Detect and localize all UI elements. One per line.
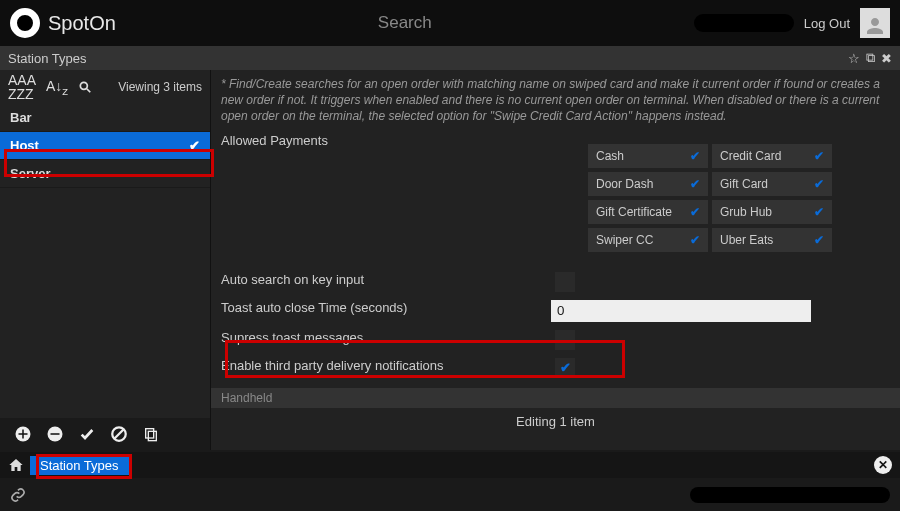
sidebar-item-label: Bar bbox=[10, 110, 32, 125]
payment-label: Swiper CC bbox=[596, 233, 653, 247]
payment-gift-card[interactable]: Gift Card✔ bbox=[712, 172, 832, 196]
check-icon: ✔ bbox=[814, 149, 824, 163]
sidebar-item-server[interactable]: Server bbox=[0, 160, 210, 188]
payment-label: Gift Card bbox=[720, 177, 768, 191]
star-icon[interactable]: ☆ bbox=[848, 51, 860, 66]
suppress-toast-checkbox[interactable] bbox=[555, 330, 575, 350]
link-icon[interactable] bbox=[10, 487, 26, 503]
apply-button[interactable] bbox=[78, 425, 96, 443]
home-icon[interactable] bbox=[8, 457, 24, 473]
svg-rect-6 bbox=[51, 433, 60, 435]
toast-time-label: Toast auto close Time (seconds) bbox=[221, 300, 551, 315]
avatar[interactable] bbox=[860, 8, 890, 38]
allowed-payments-label: Allowed Payments bbox=[221, 133, 551, 148]
auto-search-label: Auto search on key input bbox=[221, 272, 551, 287]
window-icon[interactable]: ⧉ bbox=[866, 50, 875, 66]
suppress-toast-label: Supress toast messages bbox=[221, 330, 551, 345]
payment-label: Cash bbox=[596, 149, 624, 163]
check-icon: ✔ bbox=[814, 205, 824, 219]
sort-az-icon[interactable]: A↓z bbox=[46, 78, 68, 97]
close-icon[interactable]: ✖ bbox=[881, 51, 892, 66]
svg-point-0 bbox=[81, 82, 88, 89]
search-icon[interactable] bbox=[78, 80, 92, 94]
svg-rect-9 bbox=[146, 429, 154, 438]
brand-name: SpotOn bbox=[48, 12, 116, 35]
auto-search-checkbox[interactable] bbox=[555, 272, 575, 292]
payment-label: Credit Card bbox=[720, 149, 781, 163]
viewing-count: Viewing 3 items bbox=[118, 80, 202, 94]
close-tab-icon[interactable]: ✕ bbox=[874, 456, 892, 474]
toast-time-input[interactable] bbox=[551, 300, 811, 322]
check-icon: ✔ bbox=[690, 177, 700, 191]
logout-link[interactable]: Log Out bbox=[804, 16, 850, 31]
check-icon: ✔ bbox=[690, 233, 700, 247]
brand-logo bbox=[10, 8, 40, 38]
redacted-region bbox=[690, 487, 890, 503]
payment-gift-certificate[interactable]: Gift Certificate✔ bbox=[588, 200, 708, 224]
payment-cash[interactable]: Cash✔ bbox=[588, 144, 708, 168]
check-icon: ✔ bbox=[814, 233, 824, 247]
payment-swiper-cc[interactable]: Swiper CC✔ bbox=[588, 228, 708, 252]
global-search[interactable]: Search bbox=[116, 13, 694, 33]
sidebar-item-label: Server bbox=[10, 166, 50, 181]
payment-grub-hub[interactable]: Grub Hub✔ bbox=[712, 200, 832, 224]
svg-rect-4 bbox=[19, 433, 28, 435]
sort-alpha-icon[interactable]: AAAZZZ bbox=[8, 73, 36, 101]
remove-button[interactable] bbox=[46, 425, 64, 443]
payment-uber-eats[interactable]: Uber Eats✔ bbox=[712, 228, 832, 252]
copy-button[interactable] bbox=[142, 425, 160, 443]
payment-door-dash[interactable]: Door Dash✔ bbox=[588, 172, 708, 196]
page-title: Station Types bbox=[8, 51, 87, 66]
third-party-checkbox[interactable]: ✔ bbox=[555, 358, 575, 378]
payment-label: Uber Eats bbox=[720, 233, 773, 247]
payment-label: Gift Certificate bbox=[596, 205, 672, 219]
sidebar-item-host[interactable]: Host✔ bbox=[0, 132, 210, 160]
sidebar-item-bar[interactable]: Bar bbox=[0, 104, 210, 132]
svg-line-8 bbox=[115, 430, 124, 439]
payment-label: Grub Hub bbox=[720, 205, 772, 219]
add-button[interactable] bbox=[14, 425, 32, 443]
check-icon: ✔ bbox=[690, 205, 700, 219]
editing-status: Editing 1 item bbox=[211, 408, 900, 438]
sidebar-item-label: Host bbox=[10, 138, 39, 153]
payment-label: Door Dash bbox=[596, 177, 653, 191]
check-icon: ✔ bbox=[189, 138, 200, 153]
third-party-label: Enable third party delivery notification… bbox=[221, 358, 551, 373]
check-icon: ✔ bbox=[814, 177, 824, 191]
svg-rect-10 bbox=[148, 431, 156, 440]
payment-credit-card[interactable]: Credit Card✔ bbox=[712, 144, 832, 168]
handheld-section-header[interactable]: Handheld bbox=[211, 388, 900, 408]
redacted-region bbox=[694, 14, 794, 32]
svg-line-1 bbox=[87, 89, 91, 93]
check-icon: ✔ bbox=[690, 149, 700, 163]
tab-station-types[interactable]: Station Types bbox=[30, 456, 129, 475]
help-text: * Find/Create searches for an open order… bbox=[211, 70, 900, 129]
cancel-button[interactable] bbox=[110, 425, 128, 443]
